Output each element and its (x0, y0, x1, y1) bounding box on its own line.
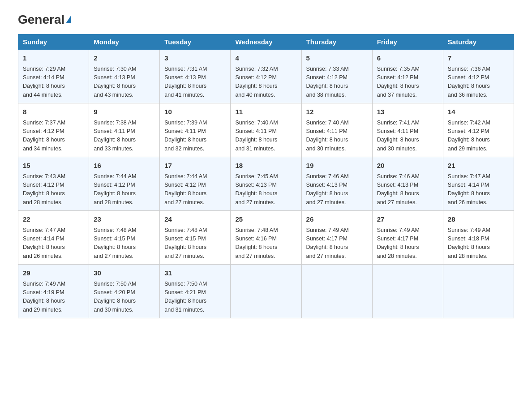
day-info: Sunrise: 7:36 AMSunset: 4:12 PMDaylight:… (448, 65, 509, 100)
day-info: Sunrise: 7:48 AMSunset: 4:16 PMDaylight:… (235, 226, 296, 261)
calendar-week-row: 15Sunrise: 7:43 AMSunset: 4:12 PMDayligh… (18, 157, 514, 211)
day-number: 28 (448, 214, 509, 225)
day-number: 29 (23, 268, 84, 278)
calendar-header-friday: Friday (372, 34, 443, 50)
calendar-day-cell: 30Sunrise: 7:50 AMSunset: 4:20 PMDayligh… (89, 265, 160, 318)
day-number: 26 (306, 214, 368, 225)
calendar-day-cell: 22Sunrise: 7:47 AMSunset: 4:14 PMDayligh… (18, 211, 89, 265)
day-info: Sunrise: 7:40 AMSunset: 4:11 PMDaylight:… (235, 119, 296, 154)
day-info: Sunrise: 7:49 AMSunset: 4:19 PMDaylight:… (23, 280, 84, 315)
logo: General (18, 13, 71, 27)
day-info: Sunrise: 7:49 AMSunset: 4:17 PMDaylight:… (377, 226, 438, 261)
calendar-day-cell: 10Sunrise: 7:39 AMSunset: 4:11 PMDayligh… (160, 103, 231, 157)
day-info: Sunrise: 7:38 AMSunset: 4:11 PMDaylight:… (94, 119, 155, 154)
day-number: 16 (94, 161, 155, 171)
day-number: 30 (94, 268, 155, 278)
calendar-day-cell: 27Sunrise: 7:49 AMSunset: 4:17 PMDayligh… (372, 211, 443, 265)
day-number: 19 (306, 161, 368, 171)
day-info: Sunrise: 7:44 AMSunset: 4:12 PMDaylight:… (164, 172, 226, 207)
day-number: 8 (23, 107, 84, 117)
day-info: Sunrise: 7:48 AMSunset: 4:15 PMDaylight:… (94, 226, 155, 261)
day-number: 18 (235, 161, 296, 171)
calendar-day-cell: 31Sunrise: 7:50 AMSunset: 4:21 PMDayligh… (160, 265, 231, 318)
day-info: Sunrise: 7:47 AMSunset: 4:14 PMDaylight:… (448, 172, 509, 207)
calendar-header-thursday: Thursday (301, 34, 372, 50)
day-info: Sunrise: 7:46 AMSunset: 4:13 PMDaylight:… (377, 172, 438, 207)
calendar-day-cell: 21Sunrise: 7:47 AMSunset: 4:14 PMDayligh… (443, 157, 514, 211)
calendar-table: SundayMondayTuesdayWednesdayThursdayFrid… (18, 34, 514, 318)
calendar-header-saturday: Saturday (443, 34, 514, 50)
day-number: 25 (235, 214, 296, 225)
day-info: Sunrise: 7:40 AMSunset: 4:11 PMDaylight:… (306, 119, 368, 154)
day-number: 23 (94, 214, 155, 225)
day-number: 17 (164, 161, 226, 171)
day-info: Sunrise: 7:29 AMSunset: 4:14 PMDaylight:… (23, 65, 84, 100)
calendar-header-monday: Monday (89, 34, 160, 50)
calendar-day-cell (443, 265, 514, 318)
calendar-day-cell: 26Sunrise: 7:49 AMSunset: 4:17 PMDayligh… (301, 211, 372, 265)
calendar-day-cell: 6Sunrise: 7:35 AMSunset: 4:12 PMDaylight… (372, 50, 443, 103)
day-number: 3 (164, 53, 226, 64)
calendar-day-cell: 13Sunrise: 7:41 AMSunset: 4:11 PMDayligh… (372, 103, 443, 157)
calendar-header-wednesday: Wednesday (231, 34, 301, 50)
day-number: 9 (94, 107, 155, 117)
calendar-day-cell: 1Sunrise: 7:29 AMSunset: 4:14 PMDaylight… (18, 50, 89, 103)
calendar-day-cell: 5Sunrise: 7:33 AMSunset: 4:12 PMDaylight… (301, 50, 372, 103)
logo-triangle-icon (66, 15, 71, 23)
page-header: General (18, 13, 514, 27)
calendar-day-cell: 29Sunrise: 7:49 AMSunset: 4:19 PMDayligh… (18, 265, 89, 318)
day-info: Sunrise: 7:47 AMSunset: 4:14 PMDaylight:… (23, 226, 84, 261)
day-info: Sunrise: 7:45 AMSunset: 4:13 PMDaylight:… (235, 172, 296, 207)
calendar-day-cell: 20Sunrise: 7:46 AMSunset: 4:13 PMDayligh… (372, 157, 443, 211)
calendar-day-cell: 3Sunrise: 7:31 AMSunset: 4:13 PMDaylight… (160, 50, 231, 103)
calendar-header-sunday: Sunday (18, 34, 89, 50)
calendar-week-row: 8Sunrise: 7:37 AMSunset: 4:12 PMDaylight… (18, 103, 514, 157)
day-info: Sunrise: 7:46 AMSunset: 4:13 PMDaylight:… (306, 172, 368, 207)
day-number: 12 (306, 107, 368, 117)
day-info: Sunrise: 7:50 AMSunset: 4:20 PMDaylight:… (94, 280, 155, 315)
day-number: 20 (377, 161, 438, 171)
day-number: 6 (377, 53, 438, 64)
calendar-day-cell: 28Sunrise: 7:49 AMSunset: 4:18 PMDayligh… (443, 211, 514, 265)
calendar-day-cell (372, 265, 443, 318)
day-number: 31 (164, 268, 226, 278)
calendar-day-cell: 15Sunrise: 7:43 AMSunset: 4:12 PMDayligh… (18, 157, 89, 211)
calendar-day-cell: 25Sunrise: 7:48 AMSunset: 4:16 PMDayligh… (231, 211, 301, 265)
calendar-day-cell: 2Sunrise: 7:30 AMSunset: 4:13 PMDaylight… (89, 50, 160, 103)
day-info: Sunrise: 7:35 AMSunset: 4:12 PMDaylight:… (377, 65, 438, 100)
calendar-day-cell: 23Sunrise: 7:48 AMSunset: 4:15 PMDayligh… (89, 211, 160, 265)
calendar-day-cell: 9Sunrise: 7:38 AMSunset: 4:11 PMDaylight… (89, 103, 160, 157)
day-number: 5 (306, 53, 368, 64)
day-info: Sunrise: 7:48 AMSunset: 4:15 PMDaylight:… (164, 226, 226, 261)
calendar-day-cell: 8Sunrise: 7:37 AMSunset: 4:12 PMDaylight… (18, 103, 89, 157)
day-number: 24 (164, 214, 226, 225)
calendar-day-cell: 18Sunrise: 7:45 AMSunset: 4:13 PMDayligh… (231, 157, 301, 211)
day-number: 4 (235, 53, 296, 64)
day-number: 1 (23, 53, 84, 64)
day-number: 27 (377, 214, 438, 225)
calendar-day-cell: 4Sunrise: 7:32 AMSunset: 4:12 PMDaylight… (231, 50, 301, 103)
calendar-day-cell (301, 265, 372, 318)
day-number: 7 (448, 53, 509, 64)
calendar-day-cell: 14Sunrise: 7:42 AMSunset: 4:12 PMDayligh… (443, 103, 514, 157)
day-info: Sunrise: 7:50 AMSunset: 4:21 PMDaylight:… (164, 280, 226, 315)
day-info: Sunrise: 7:37 AMSunset: 4:12 PMDaylight:… (23, 119, 84, 154)
day-info: Sunrise: 7:31 AMSunset: 4:13 PMDaylight:… (164, 65, 226, 100)
day-number: 14 (448, 107, 509, 117)
day-number: 15 (23, 161, 84, 171)
day-info: Sunrise: 7:42 AMSunset: 4:12 PMDaylight:… (448, 119, 509, 154)
day-number: 13 (377, 107, 438, 117)
calendar-day-cell (231, 265, 301, 318)
day-info: Sunrise: 7:39 AMSunset: 4:11 PMDaylight:… (164, 119, 226, 154)
calendar-day-cell: 24Sunrise: 7:48 AMSunset: 4:15 PMDayligh… (160, 211, 231, 265)
calendar-week-row: 29Sunrise: 7:49 AMSunset: 4:19 PMDayligh… (18, 265, 514, 318)
calendar-day-cell: 12Sunrise: 7:40 AMSunset: 4:11 PMDayligh… (301, 103, 372, 157)
calendar-header-tuesday: Tuesday (160, 34, 231, 50)
day-info: Sunrise: 7:44 AMSunset: 4:12 PMDaylight:… (94, 172, 155, 207)
day-info: Sunrise: 7:33 AMSunset: 4:12 PMDaylight:… (306, 65, 368, 100)
day-info: Sunrise: 7:43 AMSunset: 4:12 PMDaylight:… (23, 172, 84, 207)
calendar-day-cell: 7Sunrise: 7:36 AMSunset: 4:12 PMDaylight… (443, 50, 514, 103)
day-number: 22 (23, 214, 84, 225)
day-number: 11 (235, 107, 296, 117)
day-info: Sunrise: 7:49 AMSunset: 4:17 PMDaylight:… (306, 226, 368, 261)
